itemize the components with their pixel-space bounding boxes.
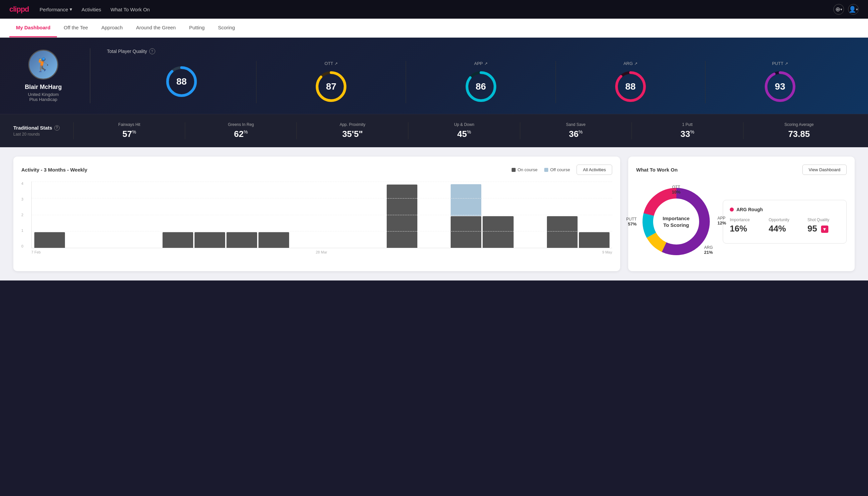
stats-label-section: Traditional Stats ? Last 20 rounds: [13, 125, 73, 137]
bar-group-6: [226, 182, 257, 248]
bar-group-4: [162, 182, 193, 248]
score-putt: PUTT ↗ 93: [706, 61, 855, 103]
scores-row: 88 OTT ↗ 87 AP: [107, 61, 855, 103]
score-ott: OTT ↗ 87: [256, 61, 406, 103]
bar-group-3: [130, 182, 161, 248]
info-metric-importance: Importance 16%: [730, 218, 762, 234]
bar-group-8: [290, 182, 321, 248]
trend-up-icon: ↗: [334, 61, 338, 66]
bar-chart-area: [31, 182, 612, 248]
nav-right: ⊕ ▾ 👤 ▾: [833, 4, 859, 15]
tpq-section: Total Player Quality ? 88 OTT ↗: [107, 48, 855, 103]
bar-group-14: [483, 182, 513, 248]
legend-on-course: On course: [511, 167, 538, 172]
on-course-bar: [387, 185, 417, 248]
score-arg: ARG ↗ 88: [556, 61, 706, 103]
bar-group-12: [419, 182, 449, 248]
top-nav: clippd Performance ▾ Activities What To …: [0, 0, 868, 19]
stat-app-proximity: App. Proximity 35'5": [297, 122, 408, 139]
tabs-bar: My Dashboard Off the Tee Approach Around…: [0, 19, 868, 37]
on-course-bar: [451, 216, 481, 248]
nav-items: Performance ▾ Activities What To Work On: [40, 5, 823, 14]
on-course-bar: [483, 216, 513, 248]
bar-group-7: [258, 182, 289, 248]
tab-around-the-green[interactable]: Around the Green: [129, 19, 182, 37]
on-course-dot: [511, 168, 516, 172]
info-card-title: ARG Rough: [730, 207, 840, 212]
player-info: 🏌️ Blair McHarg United Kingdom Plus Hand…: [13, 50, 73, 102]
bar-group-13: [451, 182, 481, 248]
wtwon-header: What To Work On View Dashboard: [636, 165, 847, 175]
down-badge: ▼: [821, 226, 828, 233]
bar-group-17: [579, 182, 610, 248]
nav-activities[interactable]: Activities: [82, 5, 101, 14]
tpq-label: Total Player Quality ?: [107, 48, 855, 54]
info-metric-shot-quality: Shot Quality 95 ▼: [807, 218, 840, 234]
stat-1-putt: 1 Putt 33%: [632, 122, 743, 139]
main-content: Activity - 3 Months - Weekly On course O…: [0, 147, 868, 280]
wtwon-title: What To Work On: [636, 167, 678, 173]
circle-ott: 87: [314, 70, 348, 103]
donut-center-line2: To Scoring: [663, 221, 690, 228]
tab-off-the-tee[interactable]: Off the Tee: [57, 19, 95, 37]
what-to-work-on-card: What To Work On View Dashboard Importanc…: [628, 157, 855, 271]
bar-group-1: [66, 182, 97, 248]
trend-up-icon: ↗: [634, 61, 637, 66]
traditional-stats: Traditional Stats ? Last 20 rounds Fairw…: [0, 114, 868, 147]
score-value-putt: 93: [775, 81, 785, 92]
info-card: ARG Rough Importance 16% Opportunity 44%…: [723, 200, 847, 244]
trend-up-icon: ↗: [484, 61, 488, 66]
stats-sublabel: Last 20 rounds: [13, 132, 73, 137]
stat-fairways-hit: Fairways Hit 57%: [73, 122, 185, 139]
on-course-bar: [194, 232, 225, 248]
trend-up-icon: ↗: [785, 61, 788, 66]
view-dashboard-button[interactable]: View Dashboard: [802, 165, 847, 175]
tab-my-dashboard[interactable]: My Dashboard: [9, 19, 57, 37]
bar-group-2: [98, 182, 129, 248]
activity-chart-card: Activity - 3 Months - Weekly On course O…: [13, 157, 620, 271]
player-name: Blair McHarg: [25, 83, 62, 91]
score-value-ott: 87: [326, 81, 336, 92]
donut-label-app: APP 12%: [717, 216, 726, 226]
player-handicap: Plus Handicap: [29, 97, 57, 102]
plus-icon: ⊕: [835, 6, 840, 13]
help-icon[interactable]: ?: [54, 125, 60, 130]
donut-center: Importance To Scoring: [663, 215, 690, 228]
add-button[interactable]: ⊕ ▾: [833, 4, 844, 15]
bar-group-5: [194, 182, 225, 248]
help-icon[interactable]: ?: [149, 48, 155, 54]
donut-label-arg: ARG 21%: [704, 245, 713, 255]
stat-up-and-down: Up & Down 45%: [408, 122, 520, 139]
nav-performance[interactable]: Performance ▾: [40, 5, 72, 14]
on-course-bar: [34, 232, 65, 248]
donut-label-putt: PUTT 57%: [626, 217, 636, 227]
chart-title: Activity - 3 Months - Weekly: [21, 167, 87, 173]
player-country: United Kingdom: [28, 92, 59, 97]
tab-scoring[interactable]: Scoring: [211, 19, 241, 37]
y-label-2: 2: [21, 213, 23, 217]
chevron-down-icon: ▾: [856, 7, 858, 12]
chart-legend: On course Off course: [511, 167, 570, 172]
on-course-bar: [258, 232, 289, 248]
score-app: APP ↗ 86: [406, 61, 556, 103]
bar-group-15: [515, 182, 546, 248]
chevron-down-icon: ▾: [840, 7, 842, 12]
tab-approach[interactable]: Approach: [95, 19, 129, 37]
circle-putt: 93: [763, 70, 797, 103]
circle-total: 88: [165, 65, 198, 98]
stat-scoring-average: Scoring Average 73.85: [743, 122, 855, 139]
all-activities-button[interactable]: All Activities: [577, 165, 612, 175]
on-course-bar: [547, 216, 578, 248]
bar-group-0: [34, 182, 65, 248]
on-course-bar: [579, 232, 610, 248]
y-axis: 4 3 2 1 0: [21, 182, 25, 248]
score-value-arg: 88: [625, 81, 635, 92]
stat-sand-save: Sand Save 36%: [520, 122, 632, 139]
tab-putting[interactable]: Putting: [183, 19, 211, 37]
bar-group-11: [387, 182, 417, 248]
y-label-0: 0: [21, 244, 23, 248]
hero-section: 🏌️ Blair McHarg United Kingdom Plus Hand…: [0, 37, 868, 114]
user-menu-button[interactable]: 👤 ▾: [848, 4, 859, 15]
bar-group-16: [547, 182, 578, 248]
nav-what-to-work-on[interactable]: What To Work On: [111, 5, 150, 14]
